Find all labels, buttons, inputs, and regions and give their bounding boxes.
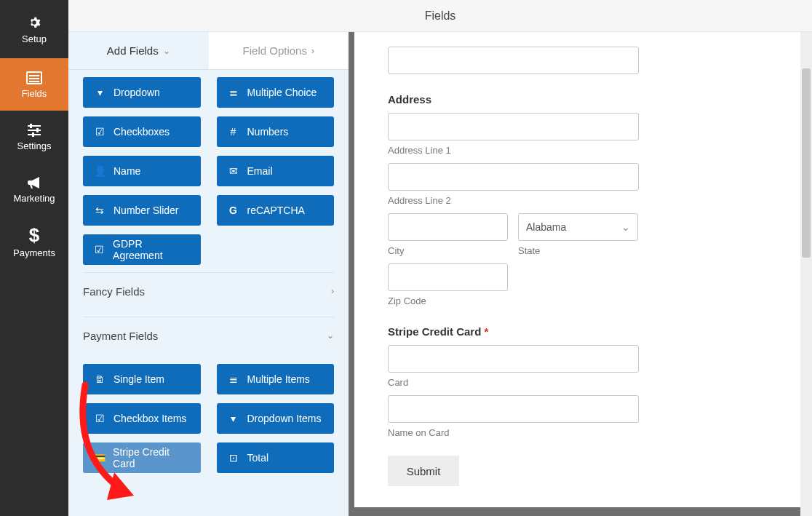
stripe-label: Stripe Credit Card *	[388, 325, 770, 338]
input-card[interactable]	[388, 345, 639, 373]
input-name-on-card[interactable]	[388, 395, 639, 423]
envelope-icon: ✉	[227, 165, 240, 177]
user-icon: 👤	[93, 165, 106, 177]
sliders-icon	[26, 123, 42, 138]
tab-options-label: Field Options	[243, 44, 307, 57]
nav-settings[interactable]: Settings	[0, 111, 68, 163]
field-dropdown-items-label: Dropdown Items	[247, 413, 322, 424]
tab-add-fields[interactable]: Add Fields ⌄	[68, 32, 209, 69]
caret-down-icon: ▾	[93, 87, 106, 98]
sublabel-zip: Zip Code	[388, 295, 770, 306]
field-name[interactable]: 👤Name	[83, 156, 201, 186]
field-checkboxes[interactable]: ☑Checkboxes	[83, 116, 201, 147]
chevron-down-icon: ⌄	[163, 46, 170, 56]
fields-panel: Add Fields ⌄ Field Options › ▾Dropdown ≣…	[68, 32, 349, 516]
field-dropdown-items[interactable]: ▾Dropdown Items	[217, 403, 335, 434]
nav-payments[interactable]: $ Payments	[0, 215, 68, 268]
dollar-icon: $	[29, 226, 39, 245]
field-gdpr-label: GDPR Agreement	[113, 238, 190, 261]
sublabel-card: Card	[388, 377, 770, 388]
field-multiple-items[interactable]: ≣Multiple Items	[217, 364, 335, 394]
svg-rect-9	[32, 132, 34, 137]
form-preview: Address Address Line 1 Address Line 2 Ci…	[354, 32, 803, 507]
chevron-right-icon: ›	[331, 286, 334, 296]
preview-stage: Address Address Line 1 Address Line 2 Ci…	[349, 32, 812, 516]
field-multiple-items-label: Multiple Items	[247, 373, 310, 385]
stage-scrollbar[interactable]	[800, 32, 812, 516]
nav-settings-label: Settings	[17, 140, 52, 151]
sublabel-state: State	[518, 245, 638, 256]
input-zip[interactable]	[388, 263, 508, 291]
nav-setup[interactable]: Setup	[0, 0, 68, 58]
field-dropdown-label: Dropdown	[114, 87, 160, 98]
input-address-line2[interactable]	[388, 163, 639, 191]
field-email-label: Email	[247, 165, 273, 177]
stripe-label-text: Stripe Credit Card	[388, 325, 481, 338]
field-stripe-credit-card[interactable]: 💳Stripe Credit Card	[83, 442, 201, 473]
list-icon: ≣	[227, 373, 240, 385]
check-icon: ☑	[93, 413, 106, 424]
credit-card-icon: 💳	[93, 452, 106, 464]
submit-button[interactable]: Submit	[388, 456, 459, 486]
check-icon: ☑	[93, 126, 106, 138]
field-numbers[interactable]: #Numbers	[217, 116, 335, 147]
field-total-label: Total	[247, 452, 269, 464]
svg-rect-8	[36, 128, 39, 132]
nav-fields[interactable]: Fields	[0, 58, 68, 111]
select-state-value: Alabama	[526, 221, 566, 233]
page-title: Fields	[425, 9, 456, 23]
input-address-line1[interactable]	[388, 113, 639, 140]
field-recaptcha-label: reCAPTCHA	[247, 205, 305, 216]
section-payment-label: Payment Fields	[83, 330, 158, 342]
field-stripe-label: Stripe Credit Card	[113, 446, 190, 469]
nav-marketing[interactable]: Marketing	[0, 163, 68, 215]
tab-add-label: Add Fields	[107, 44, 159, 57]
sublabel-line1: Address Line 1	[388, 145, 770, 156]
input-city[interactable]	[388, 213, 508, 241]
hash-icon: #	[227, 126, 240, 138]
field-gdpr[interactable]: ☑GDPR Agreement	[83, 234, 201, 265]
section-fancy-fields[interactable]: Fancy Fields ›	[83, 273, 334, 309]
field-number-slider-label: Number Slider	[114, 205, 178, 216]
required-indicator: *	[481, 325, 488, 338]
address-label: Address	[388, 93, 770, 106]
section-payment-fields[interactable]: Payment Fields ⌄	[83, 317, 334, 354]
gear-icon	[26, 15, 42, 31]
scroll-thumb[interactable]	[802, 68, 811, 258]
field-multiple-choice[interactable]: ≣Multiple Choice	[217, 77, 335, 108]
chevron-down-icon: ⌄	[621, 221, 630, 233]
nav-marketing-label: Marketing	[13, 193, 55, 204]
section-fancy-label: Fancy Fields	[83, 285, 145, 298]
caret-down-icon: ▾	[227, 413, 240, 424]
check-icon: ☑	[93, 244, 106, 255]
sublabel-name-on-card: Name on Card	[388, 427, 770, 438]
svg-rect-1	[29, 75, 39, 76]
field-checkbox-items[interactable]: ☑Checkbox Items	[83, 403, 201, 434]
money-icon: ⊡	[227, 452, 240, 464]
nav-payments-label: Payments	[13, 247, 55, 258]
google-icon: G	[227, 205, 240, 216]
svg-rect-2	[29, 78, 39, 79]
chevron-down-icon: ⌄	[327, 330, 334, 341]
field-dropdown[interactable]: ▾Dropdown	[83, 77, 201, 108]
sublabel-city: City	[388, 245, 508, 256]
slider-icon: ⇆	[93, 205, 106, 216]
field-total[interactable]: ⊡Total	[217, 442, 335, 473]
topbar: Fields	[68, 0, 812, 32]
sublabel-line2: Address Line 2	[388, 195, 770, 206]
svg-rect-3	[29, 81, 39, 82]
list-icon: ≣	[227, 87, 240, 98]
svg-rect-5	[28, 130, 41, 131]
field-checkboxes-label: Checkboxes	[114, 126, 170, 138]
field-number-slider[interactable]: ⇆Number Slider	[83, 195, 201, 226]
input-generic[interactable]	[388, 47, 639, 74]
field-recaptcha[interactable]: GreCAPTCHA	[217, 195, 335, 226]
field-email[interactable]: ✉Email	[217, 156, 335, 186]
tab-field-options[interactable]: Field Options ›	[209, 32, 349, 69]
nav-setup-label: Setup	[22, 33, 47, 44]
field-multiple-choice-label: Multiple Choice	[247, 87, 317, 98]
svg-rect-7	[30, 124, 32, 128]
field-single-item[interactable]: 🗎Single Item	[83, 364, 201, 394]
file-icon: 🗎	[93, 373, 106, 385]
select-state[interactable]: Alabama ⌄	[518, 213, 638, 241]
